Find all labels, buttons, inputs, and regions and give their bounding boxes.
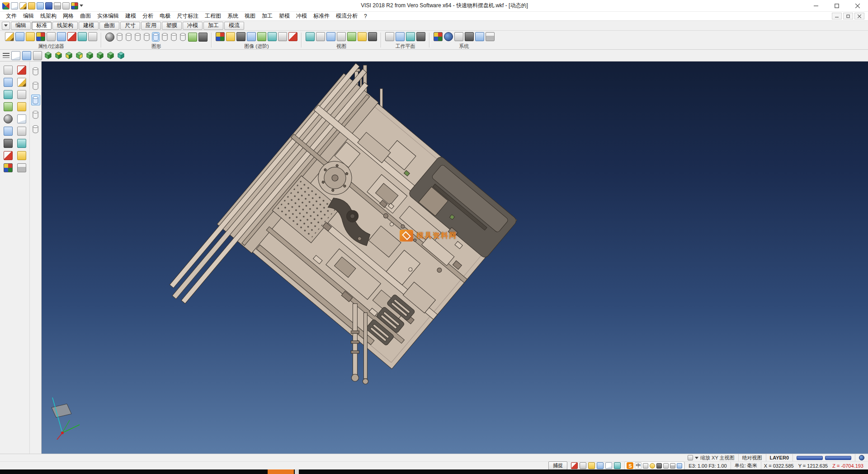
menu-flow-analysis[interactable]: 模流分析 — [333, 12, 361, 20]
qat-overflow-icon[interactable] — [80, 5, 83, 7]
transparent-display-icon[interactable] — [161, 32, 169, 42]
history-icon[interactable] — [17, 139, 26, 148]
menu-wireframe[interactable]: 线架构 — [37, 12, 60, 20]
ime-toolbox-icon[interactable] — [670, 463, 675, 469]
view-hint-caret-icon[interactable] — [695, 457, 698, 459]
pattern-array-icon[interactable] — [4, 139, 13, 148]
ime-mic-icon[interactable] — [656, 463, 662, 469]
tab-dimension[interactable]: 尺寸 — [120, 22, 140, 30]
ime-keyboard-icon[interactable] — [663, 463, 669, 469]
menu-solid-edit[interactable]: 实体编辑 — [94, 12, 122, 20]
menu-machining[interactable]: 加工 — [259, 12, 276, 20]
color-table-icon[interactable] — [434, 32, 443, 41]
shading-mode-shaded-icon[interactable] — [31, 95, 40, 105]
mdi-minimize-button[interactable] — [832, 13, 842, 19]
line-color-bar[interactable] — [797, 456, 823, 460]
clear-selection-icon[interactable] — [88, 32, 97, 41]
menu-electrode[interactable]: 电极 — [156, 12, 174, 20]
refresh-view-icon[interactable] — [22, 51, 31, 60]
view-right-icon[interactable] — [75, 51, 84, 60]
shaded-sphere-icon[interactable] — [105, 33, 114, 42]
edit-geometry-icon[interactable] — [17, 78, 26, 87]
tab-modeling[interactable]: 建模 — [79, 22, 99, 30]
display-normals-icon[interactable] — [188, 33, 197, 42]
pan-view-icon[interactable] — [337, 32, 346, 41]
undo-icon[interactable] — [17, 151, 26, 160]
plot-preview-icon[interactable] — [62, 2, 70, 9]
light-settings-icon[interactable] — [226, 32, 235, 41]
view-front-icon[interactable] — [65, 51, 73, 60]
zoom-in-out-icon[interactable] — [326, 32, 335, 41]
save-file-icon[interactable] — [45, 2, 52, 9]
tab-edit[interactable]: 编辑 — [11, 22, 31, 30]
windows-taskbar-sliver[interactable] — [0, 469, 868, 474]
menu-dimension[interactable]: 尺寸标注 — [174, 12, 202, 20]
display-list-icon[interactable] — [11, 51, 20, 60]
grid-display-icon[interactable] — [465, 32, 474, 41]
tab-mould[interactable]: 塑膜 — [162, 22, 182, 30]
workplane-standard-icon[interactable] — [385, 32, 394, 41]
new-file-icon[interactable] — [11, 2, 18, 9]
wireframe-display-icon[interactable] — [116, 32, 123, 42]
status-grid-icon[interactable] — [571, 462, 578, 469]
menu-mesh[interactable]: 网格 — [60, 12, 77, 20]
menu-standard-parts[interactable]: 标准件 — [310, 12, 333, 20]
menu-file[interactable]: 文件 — [3, 12, 20, 20]
shaded-display-icon[interactable] — [152, 32, 160, 42]
menu-help[interactable]: ? — [361, 12, 370, 20]
zoom-window-icon[interactable] — [316, 32, 325, 41]
print-view-icon[interactable] — [17, 163, 26, 172]
annotation-icon[interactable] — [17, 114, 26, 123]
ime-skin-icon[interactable] — [677, 463, 682, 469]
workplane-face-icon[interactable] — [396, 32, 405, 41]
tab-flow[interactable]: 模流 — [224, 22, 244, 30]
quick-select-icon[interactable] — [57, 32, 66, 41]
view-axonometric-icon[interactable] — [44, 51, 52, 60]
snap-settings-icon[interactable] — [4, 78, 13, 87]
tab-surface[interactable]: 曲面 — [99, 22, 119, 30]
ime-punct-icon[interactable] — [643, 463, 648, 469]
advanced-render-icon[interactable] — [216, 32, 225, 41]
display-options-icon[interactable] — [198, 33, 208, 42]
color-palette-icon[interactable] — [4, 163, 13, 172]
view-top-icon[interactable] — [54, 51, 63, 60]
print-icon[interactable] — [54, 2, 61, 9]
view-back-icon[interactable] — [96, 51, 104, 60]
fill-color-bar[interactable] — [825, 456, 851, 460]
close-button[interactable] — [847, 0, 868, 11]
attribute-paint-icon[interactable] — [26, 32, 35, 41]
select-by-layer-icon[interactable] — [78, 32, 87, 41]
menu-mould[interactable]: 塑模 — [276, 12, 293, 20]
reflection-icon[interactable] — [247, 32, 256, 41]
rotate-view-icon[interactable] — [347, 32, 356, 41]
system-globe-icon[interactable] — [444, 32, 453, 41]
shadow-icon[interactable] — [236, 32, 245, 41]
import-file-icon[interactable] — [37, 2, 44, 9]
shading-sphere-icon[interactable] — [4, 114, 13, 123]
material-icon[interactable] — [257, 32, 266, 41]
menu-progress[interactable]: 冲模 — [293, 12, 310, 20]
display-edges-icon[interactable] — [170, 32, 178, 42]
status-info-icon[interactable] — [614, 462, 621, 469]
minimize-button[interactable] — [806, 0, 826, 11]
status-snap-icon[interactable] — [580, 462, 586, 469]
filter-settings-icon[interactable] — [36, 32, 45, 41]
edit-file-icon[interactable] — [19, 2, 27, 9]
snap-config-icon[interactable] — [454, 32, 463, 41]
open-file-icon[interactable] — [28, 2, 35, 9]
mdi-close-button[interactable] — [854, 13, 864, 19]
mdi-restore-button[interactable] — [843, 13, 853, 19]
background-icon[interactable] — [278, 32, 287, 41]
layer-panel[interactable]: LAYER0 — [766, 454, 793, 461]
hidden-line-display-icon[interactable] — [125, 32, 132, 42]
menu-surface[interactable]: 曲面 — [77, 12, 94, 20]
performance-icon[interactable] — [486, 32, 495, 41]
workplane-3points-icon[interactable] — [406, 32, 415, 41]
layer-manager-icon[interactable] — [17, 102, 26, 111]
menu-system[interactable]: 系统 — [224, 12, 241, 20]
tab-wireframe[interactable]: 线架构 — [52, 22, 78, 30]
viewport-canvas[interactable]: 模具资料网 — [42, 62, 868, 454]
view-settings-icon[interactable] — [33, 51, 42, 60]
menu-edit[interactable]: 编辑 — [20, 12, 37, 20]
select-by-color-icon[interactable] — [67, 32, 76, 41]
